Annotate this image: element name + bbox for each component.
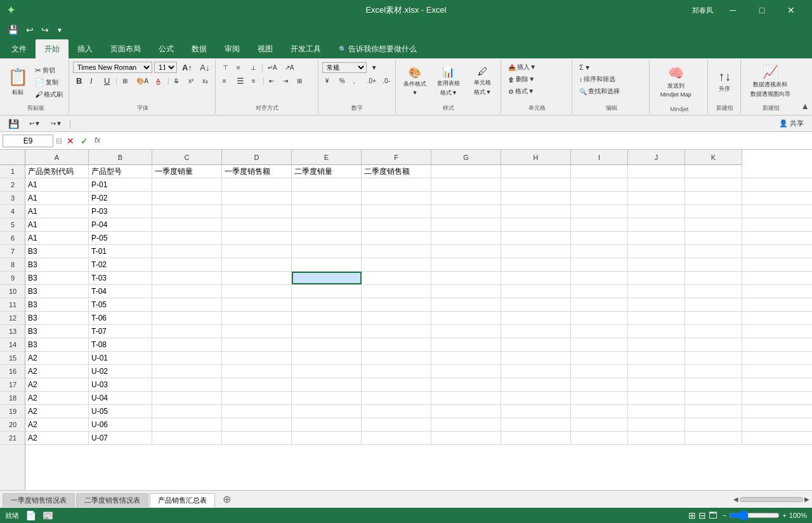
cell-D19[interactable] [222,405,292,418]
cell-D12[interactable] [222,312,292,324]
cell-H17[interactable] [501,378,571,391]
cell-I7[interactable] [571,245,628,258]
cell-D8[interactable] [222,258,292,271]
col-header-e[interactable]: E [292,150,362,164]
cell-B11[interactable]: T-05 [89,298,152,311]
col-header-c[interactable]: C [152,150,222,164]
col-header-h[interactable]: H [501,150,571,164]
conditional-format-button[interactable]: 🎨 条件格式▼ [400,64,431,99]
cell-J13[interactable] [628,325,685,338]
cell-G5[interactable] [431,218,501,231]
cell-C8[interactable] [152,258,222,271]
cell-I5[interactable] [571,218,628,231]
cell-B7[interactable]: T-01 [89,245,152,258]
cell-A17[interactable]: A2 [25,378,89,391]
cell-A3[interactable]: A1 [25,192,89,204]
save-toolbar-button[interactable]: 💾 [5,118,22,129]
cell-J11[interactable] [628,298,685,311]
subscript-button[interactable]: x₂ [199,75,212,86]
cell-A12[interactable]: B3 [25,312,89,324]
cell-F12[interactable] [362,312,431,324]
cell-I16[interactable] [571,365,628,378]
cell-D2[interactable] [222,178,292,191]
tab-view[interactable]: 视图 [249,39,282,58]
cell-A21[interactable]: A2 [25,432,89,444]
cell-G13[interactable] [431,325,501,338]
row-num-21[interactable]: 21 [0,432,25,445]
cell-H19[interactable] [501,405,571,418]
find-select-button[interactable]: 🔍查找和选择 [576,86,623,97]
cell-D11[interactable] [222,298,292,311]
cell-F14[interactable] [362,338,431,351]
cell-B20[interactable]: U-06 [89,418,152,431]
cell-A13[interactable]: B3 [25,325,89,338]
cell-E8[interactable] [292,258,362,271]
cell-D14[interactable] [222,338,292,351]
cut-button[interactable]: ✂剪切 [32,65,66,76]
ribbon-expand-button[interactable]: ▲ [801,101,809,111]
cell-E9[interactable] [292,272,362,284]
cell-H8[interactable] [501,258,571,271]
cell-G19[interactable] [431,405,501,418]
redo-quick-button[interactable]: ↪ [39,23,51,36]
cell-J6[interactable] [628,232,685,244]
cell-H4[interactable] [501,205,571,218]
cell-H5[interactable] [501,218,571,231]
cell-C2[interactable] [152,178,222,191]
col-header-i[interactable]: I [571,150,628,164]
align-middle-button[interactable]: ≡ [233,62,246,73]
format-button[interactable]: ⚙格式▼ [505,86,539,97]
cell-F9[interactable] [362,272,431,284]
cell-F4[interactable] [362,205,431,218]
cell-K17[interactable] [685,378,742,391]
cell-K4[interactable] [685,205,742,218]
row-num-6[interactable]: 6 [0,232,25,245]
cell-C4[interactable] [152,205,222,218]
col-header-a[interactable]: A [25,150,89,164]
paste-button[interactable]: 📋 粘贴 [5,65,30,100]
align-center-button[interactable]: ☰ [233,75,247,86]
cell-C18[interactable] [152,392,222,404]
cell-G3[interactable] [431,192,501,204]
cell-F2[interactable] [362,178,431,191]
cell-C5[interactable] [152,218,222,231]
font-size-decrease-button[interactable]: A↓ [197,62,213,73]
cell-H13[interactable] [501,325,571,338]
cell-A4[interactable]: A1 [25,205,89,218]
tab-developer[interactable]: 开发工具 [282,39,330,58]
tab-file[interactable]: 文件 [3,39,36,58]
cell-J5[interactable] [628,218,685,231]
cell-K6[interactable] [685,232,742,244]
cell-E18[interactable] [292,392,362,404]
cell-H9[interactable] [501,272,571,284]
row-num-13[interactable]: 13 [0,325,25,338]
cell-I9[interactable] [571,272,628,284]
row-num-11[interactable]: 11 [0,298,25,312]
cell-G15[interactable] [431,352,501,364]
bold-button[interactable]: B [73,75,86,86]
cell-B19[interactable]: U-05 [89,405,152,418]
cell-E11[interactable] [292,298,362,311]
underline-button[interactable]: U [101,75,114,86]
zoom-in-button[interactable]: + [782,512,786,519]
name-box[interactable] [3,135,53,147]
cell-K11[interactable] [685,298,742,311]
font-color-button[interactable]: A̲ [153,75,166,86]
minimize-button[interactable]: ─ [718,0,747,20]
cell-C15[interactable] [152,352,222,364]
cell-J19[interactable] [628,405,685,418]
cell-B4[interactable]: P-03 [89,205,152,218]
cell-D20[interactable] [222,418,292,431]
cell-J4[interactable] [628,205,685,218]
cell-F5[interactable] [362,218,431,231]
cancel-formula-button[interactable]: ✕ [65,136,76,146]
cell-B2[interactable]: P-01 [89,178,152,191]
cell-F10[interactable] [362,285,431,298]
cell-K10[interactable] [685,285,742,298]
number-format-expand[interactable]: ▼ [368,62,381,73]
cell-K2[interactable] [685,178,742,191]
cell-H14[interactable] [501,338,571,351]
add-sheet-button[interactable]: ⊕ [218,491,236,507]
rotate-text-button[interactable]: ↗A [282,62,298,73]
cell-H2[interactable] [501,178,571,191]
